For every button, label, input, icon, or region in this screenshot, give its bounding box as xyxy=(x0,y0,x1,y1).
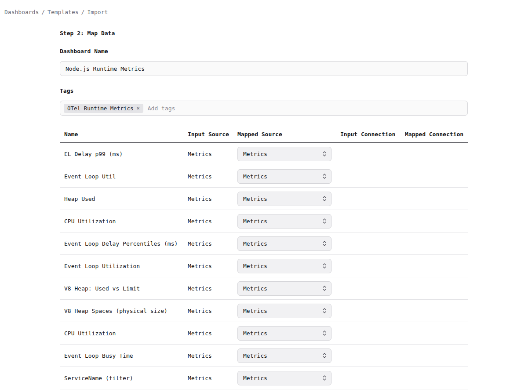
row-input-source: Metrics xyxy=(188,151,237,157)
table-row: V8 Heap Spaces (physical size) Metrics M… xyxy=(60,300,468,322)
mapped-source-select[interactable]: Metrics xyxy=(237,236,332,251)
mapping-table: Name Input Source Mapped Source Input Co… xyxy=(60,126,468,389)
mapped-source-selected-value: Metrics xyxy=(243,352,267,359)
mapped-source-select[interactable]: Metrics xyxy=(237,326,332,341)
select-updown-icon xyxy=(322,375,327,381)
select-updown-icon xyxy=(322,196,327,202)
mapped-source-selected-value: Metrics xyxy=(243,263,267,269)
mapped-source-selected-value: Metrics xyxy=(243,151,267,157)
row-name: ServiceName (filter) xyxy=(64,375,188,381)
row-name: Event Loop Busy Time xyxy=(64,352,188,359)
dashboard-name-input[interactable]: Node.js Runtime Metrics xyxy=(60,61,468,76)
table-row: CPU Utilization Metrics Metrics xyxy=(60,322,468,345)
column-header-input-source: Input Source xyxy=(188,131,237,138)
column-header-name: Name xyxy=(64,131,188,138)
table-row: V8 Heap: Used vs Limit Metrics Metrics xyxy=(60,277,468,300)
row-name: EL Delay p99 (ms) xyxy=(64,151,188,157)
mapped-source-selected-value: Metrics xyxy=(243,240,267,247)
row-name: V8 Heap Spaces (physical size) xyxy=(64,308,188,314)
select-updown-icon xyxy=(322,330,327,336)
table-body: EL Delay p99 (ms) Metrics Metrics Event … xyxy=(60,143,468,389)
select-updown-icon xyxy=(322,352,327,359)
mapped-source-select[interactable]: Metrics xyxy=(237,259,332,273)
column-header-input-connection: Input Connection xyxy=(340,131,405,138)
table-row: ServiceName (filter) Metrics Metrics xyxy=(60,367,468,389)
dashboard-name-label: Dashboard Name xyxy=(60,48,468,54)
mapped-source-select[interactable]: Metrics xyxy=(237,169,332,184)
table-row: Event Loop Utilization Metrics Metrics xyxy=(60,255,468,277)
table-row: CPU Utilization Metrics Metrics xyxy=(60,210,468,232)
import-wizard-content: Step 2: Map Data Dashboard Name Node.js … xyxy=(60,30,468,392)
table-row: Event Loop Busy Time Metrics Metrics xyxy=(60,345,468,367)
mapped-source-selected-value: Metrics xyxy=(243,196,267,202)
mapped-source-select[interactable]: Metrics xyxy=(237,147,332,161)
select-updown-icon xyxy=(322,308,327,314)
row-input-source: Metrics xyxy=(188,240,237,247)
table-header-row: Name Input Source Mapped Source Input Co… xyxy=(60,126,468,143)
select-updown-icon xyxy=(322,285,327,291)
tag-remove-icon[interactable]: ✕ xyxy=(137,105,140,111)
row-input-source: Metrics xyxy=(188,263,237,269)
select-updown-icon xyxy=(322,240,327,247)
mapped-source-selected-value: Metrics xyxy=(243,375,267,381)
mapped-source-select[interactable]: Metrics xyxy=(237,192,332,206)
breadcrumb-item-dashboards[interactable]: Dashboards xyxy=(4,9,39,15)
row-input-source: Metrics xyxy=(188,352,237,359)
dashboard-name-value: Node.js Runtime Metrics xyxy=(66,65,145,72)
row-input-source: Metrics xyxy=(188,375,237,381)
row-input-source: Metrics xyxy=(188,308,237,314)
step-title: Step 2: Map Data xyxy=(60,30,468,36)
select-updown-icon xyxy=(322,151,327,157)
table-row: Heap Used Metrics Metrics xyxy=(60,188,468,210)
table-row: EL Delay p99 (ms) Metrics Metrics xyxy=(60,143,468,165)
table-row: Event Loop Util Metrics Metrics xyxy=(60,165,468,188)
row-name: Event Loop Delay Percentiles (ms) xyxy=(64,240,188,247)
row-name: Event Loop Util xyxy=(64,173,188,180)
mapped-source-select[interactable]: Metrics xyxy=(237,214,332,229)
tags-input[interactable]: OTel Runtime Metrics ✕ Add tags xyxy=(60,101,468,116)
tag-chip: OTel Runtime Metrics ✕ xyxy=(64,104,143,113)
breadcrumb-separator: / xyxy=(81,9,85,15)
mapped-source-select[interactable]: Metrics xyxy=(237,281,332,296)
row-input-source: Metrics xyxy=(188,196,237,202)
row-name: Heap Used xyxy=(64,196,188,202)
column-header-mapped-connection: Mapped Connection xyxy=(405,131,468,138)
row-name: V8 Heap: Used vs Limit xyxy=(64,285,188,292)
row-name: CPU Utilization xyxy=(64,218,188,225)
row-input-source: Metrics xyxy=(188,173,237,180)
row-name: Event Loop Utilization xyxy=(64,263,188,269)
mapped-source-select[interactable]: Metrics xyxy=(237,304,332,318)
breadcrumb: Dashboards/Templates/Import xyxy=(0,0,532,15)
select-updown-icon xyxy=(322,218,327,224)
row-input-source: Metrics xyxy=(188,218,237,225)
mapped-source-select[interactable]: Metrics xyxy=(237,371,332,385)
row-name: CPU Utilization xyxy=(64,330,188,337)
table-row: Event Loop Delay Percentiles (ms) Metric… xyxy=(60,232,468,255)
mapped-source-selected-value: Metrics xyxy=(243,285,267,292)
tags-placeholder: Add tags xyxy=(148,105,175,112)
column-header-mapped-source: Mapped Source xyxy=(237,131,340,138)
breadcrumb-separator: / xyxy=(41,9,45,15)
select-updown-icon xyxy=(322,173,327,179)
mapped-source-selected-value: Metrics xyxy=(243,330,267,337)
breadcrumb-item-import[interactable]: Import xyxy=(87,9,108,15)
select-updown-icon xyxy=(322,263,327,269)
row-input-source: Metrics xyxy=(188,330,237,337)
row-input-source: Metrics xyxy=(188,285,237,292)
mapped-source-select[interactable]: Metrics xyxy=(237,348,332,363)
tags-label: Tags xyxy=(60,87,468,94)
mapped-source-selected-value: Metrics xyxy=(243,173,267,180)
mapped-source-selected-value: Metrics xyxy=(243,218,267,225)
tag-chip-label: OTel Runtime Metrics xyxy=(67,105,134,112)
mapped-source-selected-value: Metrics xyxy=(243,308,267,314)
breadcrumb-item-templates[interactable]: Templates xyxy=(47,9,78,15)
